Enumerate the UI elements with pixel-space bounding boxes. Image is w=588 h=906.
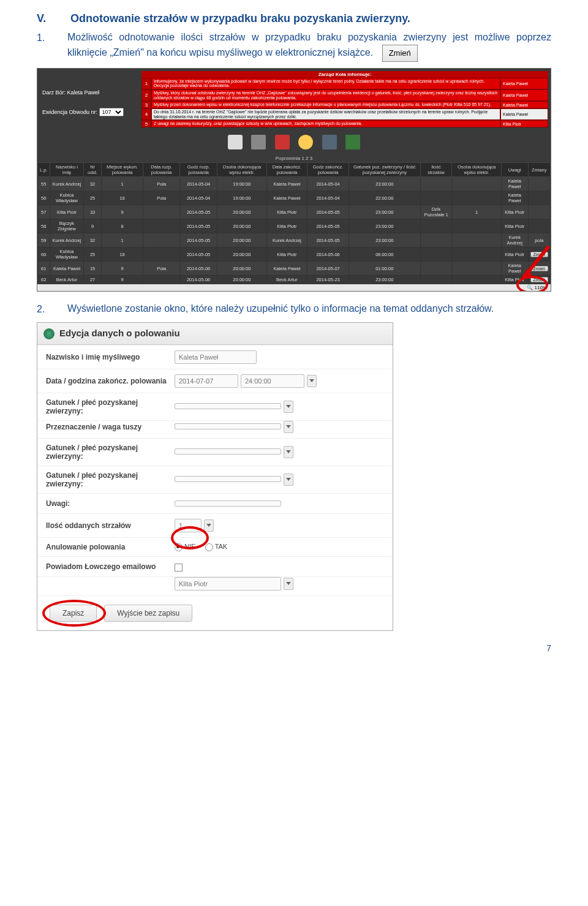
exit-icon[interactable]: [345, 135, 360, 149]
table-cell: [452, 177, 502, 191]
table-cell: [420, 233, 452, 247]
table-cell: Bączyk Zbigniew: [50, 219, 84, 233]
table-cell: Zmień: [528, 276, 551, 284]
label-name: Nazwisko i imię myśliwego: [46, 353, 175, 361]
col-header: Ilość strzałów: [420, 163, 452, 177]
notice-author: Kaleta Paweł: [500, 78, 548, 89]
table-cell: [452, 276, 502, 284]
table-cell: 2014-05-05: [307, 205, 349, 219]
table-cell: [420, 262, 452, 276]
table-cell: Kaleta Paweł: [266, 262, 307, 276]
notice-author: Kaleta Paweł: [500, 108, 548, 120]
printer-icon[interactable]: [251, 135, 266, 149]
label-cancel: Anulowanie polowania: [46, 543, 175, 551]
document-icon[interactable]: [228, 135, 243, 149]
table-cell: [452, 233, 502, 247]
table-cell: Klita Piotr: [501, 205, 528, 219]
table-cell: 57: [38, 205, 50, 219]
radio-tak[interactable]: [205, 543, 213, 551]
table-cell: [143, 247, 180, 262]
table-cell: Kaleta Paweł: [501, 177, 528, 191]
col-header: Data zakończ. polowania: [266, 163, 307, 177]
input-species-2[interactable]: [175, 448, 281, 455]
table-cell: 2014-05-06: [180, 276, 217, 284]
screenshot-grid: Darz Bór: Kaleta Paweł Ewidencja Obwodu …: [37, 68, 551, 292]
obwod-select[interactable]: 107: [99, 108, 124, 116]
col-header: L.p.: [38, 163, 50, 177]
table-cell: 2014-05-05: [307, 233, 349, 247]
recipient-dropdown[interactable]: [284, 578, 293, 590]
table-cell: 62: [38, 276, 50, 284]
label-remarks: Uwagi:: [46, 499, 175, 508]
user-label: Darz Bór: Kaleta Paweł: [42, 89, 134, 96]
checkbox-mail[interactable]: [175, 564, 183, 572]
input-species-1[interactable]: [175, 403, 281, 409]
exit-button[interactable]: Wyjście bez zapisu: [104, 605, 192, 622]
table-cell: 1: [101, 177, 143, 191]
input-date[interactable]: 2014-07-07: [175, 374, 238, 388]
zmien-button[interactable]: Zmień: [530, 266, 548, 271]
input-name[interactable]: Kaleta Paweł: [175, 350, 257, 364]
input-shots[interactable]: 1: [175, 519, 202, 532]
notice-author: Kaleta Paweł: [500, 89, 548, 101]
notice-num: 1: [141, 78, 151, 89]
table-cell: [420, 219, 452, 233]
species-dropdown[interactable]: [284, 446, 293, 458]
zmien-button[interactable]: Zmień: [530, 252, 548, 257]
table-cell: 2014-05-05: [180, 219, 217, 233]
species-dropdown[interactable]: [284, 401, 293, 413]
table-cell: 1: [101, 233, 143, 247]
table-cell: Kubica Władysław: [50, 247, 84, 262]
select-recipient[interactable]: Klita Piotr: [175, 577, 281, 591]
table-cell: [452, 247, 502, 262]
table-cell: Kurek Andrzej: [266, 233, 307, 247]
col-header: Zmiany: [528, 163, 551, 177]
label-mail: Powiadom Łowczego emailowo: [46, 562, 175, 571]
notice-num: 5: [141, 120, 151, 127]
toolbar: [37, 130, 551, 154]
input-remarks[interactable]: [175, 500, 281, 507]
table-cell: Zmień: [528, 247, 551, 262]
species-dropdown[interactable]: [284, 474, 293, 486]
shots-dropdown[interactable]: [204, 519, 214, 532]
save-button[interactable]: Zapisz: [50, 605, 97, 622]
table-cell: 27: [84, 276, 101, 284]
table-cell: [528, 205, 551, 219]
table-row: 61Kaleta Paweł159Pola2014-05-0620:00:00K…: [38, 262, 551, 276]
table-cell: 59: [38, 233, 50, 247]
table-cell: Kaleta Paweł: [266, 177, 307, 191]
calendar-icon[interactable]: [275, 135, 290, 149]
table-cell: 18: [101, 191, 143, 205]
table-cell: 9: [84, 219, 101, 233]
radio-nie[interactable]: [175, 543, 183, 551]
table-cell: pola: [528, 233, 551, 247]
radio-tak-label: TAK: [215, 543, 228, 550]
table-cell: Zmień: [528, 262, 551, 276]
pager[interactable]: Poprzednia 1 2 3: [37, 154, 551, 162]
zmien-button[interactable]: Zmień: [530, 277, 548, 282]
users-icon[interactable]: [298, 135, 313, 149]
notice-text: Do dnia 31.10.2014 r. na terenie OHZ "Ga…: [151, 108, 500, 120]
table-cell: Pola: [143, 262, 180, 276]
table-cell: 2014-05-05: [307, 219, 349, 233]
table-cell: 20:00:00: [217, 219, 267, 233]
col-header: Godz rozp. polowania: [180, 163, 217, 177]
table-cell: [528, 191, 551, 205]
table-cell: 9: [101, 205, 143, 219]
time-dropdown[interactable]: [307, 375, 317, 387]
table-row: 62Beck Artur2792014-05-0620:00:00Beck Ar…: [38, 276, 551, 284]
table-cell: 25: [84, 191, 101, 205]
input-time[interactable]: 24:00:00: [241, 374, 304, 388]
input-dest[interactable]: [175, 423, 281, 429]
screenshot-form: Edycja danych o polowaniu Nazwisko i imi…: [37, 322, 393, 631]
records-table: L.p.Nazwisko i ImięNr odst.Miejsce wykon…: [37, 162, 551, 284]
table-row: 60Kubica Władysław25182014-05-0520:00:00…: [38, 247, 551, 262]
lock-icon[interactable]: [322, 135, 337, 149]
input-species-3[interactable]: [175, 476, 281, 482]
dest-dropdown[interactable]: [284, 421, 293, 433]
table-cell: 32: [84, 177, 101, 191]
table-cell: Klita Piotr: [501, 247, 528, 262]
table-cell: Kurek Andrzej: [50, 233, 84, 247]
table-cell: 19:00:00: [217, 177, 267, 191]
table-cell: 25: [84, 247, 101, 262]
